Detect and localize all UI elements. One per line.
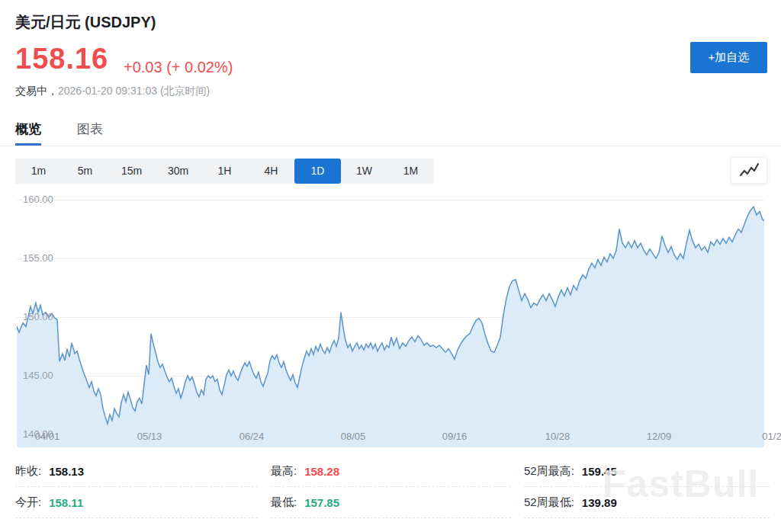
y-axis-label-160.00: 160.00 bbox=[23, 194, 53, 205]
timeframe-1H[interactable]: 1H bbox=[201, 159, 248, 184]
line-chart-icon bbox=[737, 161, 761, 181]
timeframe-1W[interactable]: 1W bbox=[341, 159, 387, 184]
x-axis-label-05-13: 05/13 bbox=[137, 431, 162, 442]
tab-overview[interactable]: 概览 bbox=[15, 120, 41, 146]
stat-52w-high-value: 159.45 bbox=[582, 465, 617, 478]
timeframe-5m[interactable]: 5m bbox=[62, 159, 108, 184]
price-change: +0.03 (+ 0.02%) bbox=[124, 59, 233, 76]
timeframe-30m[interactable]: 30m bbox=[155, 159, 201, 184]
x-axis-label-09-16: 09/16 bbox=[442, 431, 468, 442]
timeframe-4H[interactable]: 4H bbox=[248, 159, 294, 184]
timeframe-bar: 1m5m15m30m1H4H1D1W1M bbox=[15, 159, 434, 184]
stat-open-label: 今开: bbox=[15, 495, 41, 510]
stat-52w-low-value: 139.89 bbox=[582, 496, 617, 509]
stat-prev-close-label: 昨收: bbox=[15, 464, 41, 479]
stat-52w-high-label: 52周最高: bbox=[524, 464, 574, 479]
tab-bar: 概览图表 bbox=[0, 116, 781, 146]
stats-grid: 昨收:158.13最高:158.2852周最高:159.45今开:158.11最… bbox=[15, 456, 770, 518]
y-axis-label-155.00: 155.00 bbox=[23, 252, 53, 264]
usdjpy-price-chart[interactable]: 160.00155.00150.00145.00140.0004/0105/13… bbox=[17, 192, 764, 447]
x-axis-label-01-2: 01/2 bbox=[762, 431, 781, 442]
x-axis-label-10-28: 10/28 bbox=[545, 431, 570, 442]
x-axis-label-08-05: 08/05 bbox=[341, 431, 366, 442]
tab-chart[interactable]: 图表 bbox=[77, 120, 103, 146]
x-axis-label-04-01: 04/01 bbox=[35, 431, 60, 442]
y-axis-label-150.00: 150.00 bbox=[23, 311, 53, 322]
trading-status: 交易中， bbox=[15, 85, 58, 97]
stat-low-label: 最低: bbox=[271, 495, 297, 510]
timeframe-15m[interactable]: 15m bbox=[108, 159, 155, 184]
stat-prev-close: 昨收:158.13 bbox=[15, 456, 258, 487]
stat-high: 最高:158.28 bbox=[271, 456, 511, 487]
timeframe-1D[interactable]: 1D bbox=[294, 159, 341, 184]
stat-open: 今开:158.11 bbox=[15, 487, 258, 518]
stat-prev-close-value: 158.13 bbox=[49, 465, 84, 478]
quote-timestamp: 2026-01-20 09:31:03 (北京时间) bbox=[58, 85, 210, 97]
timeframe-1m[interactable]: 1m bbox=[15, 159, 62, 184]
stat-52w-high: 52周最高:159.45 bbox=[524, 456, 770, 487]
chart-type-button[interactable] bbox=[731, 157, 767, 184]
price-area-series bbox=[17, 192, 764, 447]
stat-high-label: 最高: bbox=[271, 464, 297, 479]
trading-status-row: 交易中，2026-01-20 09:31:03 (北京时间) bbox=[15, 85, 210, 98]
area-fill bbox=[17, 207, 764, 447]
x-axis-label-12-09: 12/09 bbox=[647, 431, 672, 442]
y-axis-label-145.00: 145.00 bbox=[23, 370, 53, 381]
stat-52w-low: 52周最低:139.89 bbox=[524, 487, 770, 518]
x-axis-label-06-24: 06/24 bbox=[239, 431, 265, 442]
page-title: 美元/日元 (USDJPY) bbox=[15, 12, 156, 33]
timeframe-1M[interactable]: 1M bbox=[387, 159, 434, 184]
stat-open-value: 158.11 bbox=[49, 496, 83, 509]
stat-high-value: 158.28 bbox=[304, 465, 339, 478]
stat-low: 最低:157.85 bbox=[271, 487, 511, 518]
stat-low-value: 157.85 bbox=[304, 496, 339, 509]
stat-52w-low-label: 52周最低: bbox=[524, 495, 574, 510]
current-price: 158.16 bbox=[15, 43, 108, 75]
add-watchlist-button[interactable]: +加自选 bbox=[690, 42, 767, 73]
